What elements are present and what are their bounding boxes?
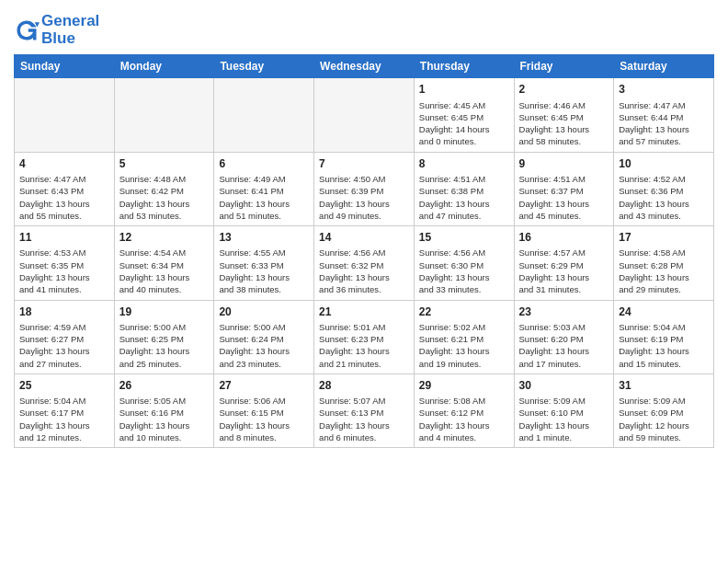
- calendar-cell: 26Sunrise: 5:05 AM Sunset: 6:16 PM Dayli…: [114, 373, 214, 447]
- calendar-cell: 25Sunrise: 5:04 AM Sunset: 6:17 PM Dayli…: [15, 373, 115, 447]
- calendar-cell: 19Sunrise: 5:00 AM Sunset: 6:25 PM Dayli…: [114, 300, 214, 373]
- day-info: Sunrise: 5:08 AM Sunset: 6:12 PM Dayligh…: [419, 395, 509, 443]
- day-number: 27: [219, 378, 309, 393]
- calendar-week-4: 18Sunrise: 4:59 AM Sunset: 6:27 PM Dayli…: [15, 300, 714, 373]
- day-info: Sunrise: 5:04 AM Sunset: 6:19 PM Dayligh…: [619, 321, 709, 370]
- day-info: Sunrise: 4:55 AM Sunset: 6:33 PM Dayligh…: [219, 247, 309, 295]
- calendar-cell: 9Sunrise: 4:51 AM Sunset: 6:37 PM Daylig…: [514, 152, 614, 225]
- calendar-cell: 31Sunrise: 5:09 AM Sunset: 6:09 PM Dayli…: [614, 373, 714, 447]
- day-number: 28: [319, 378, 409, 393]
- day-number: 5: [119, 156, 210, 171]
- day-info: Sunrise: 4:47 AM Sunset: 6:44 PM Dayligh…: [619, 99, 709, 148]
- calendar-cell: 29Sunrise: 5:08 AM Sunset: 6:12 PM Dayli…: [414, 373, 514, 447]
- day-number: 8: [419, 156, 509, 171]
- calendar-cell: 21Sunrise: 5:01 AM Sunset: 6:23 PM Dayli…: [314, 300, 415, 373]
- calendar-body: 1Sunrise: 4:45 AM Sunset: 6:45 PM Daylig…: [15, 78, 714, 448]
- weekday-header: SundayMondayTuesdayWednesdayThursdayFrid…: [15, 55, 714, 78]
- day-number: 24: [619, 304, 709, 319]
- day-info: Sunrise: 4:53 AM Sunset: 6:35 PM Dayligh…: [19, 247, 109, 295]
- day-number: 10: [619, 156, 709, 171]
- day-number: 21: [319, 304, 409, 319]
- day-info: Sunrise: 5:06 AM Sunset: 6:15 PM Dayligh…: [219, 395, 309, 443]
- day-info: Sunrise: 4:51 AM Sunset: 6:38 PM Dayligh…: [419, 173, 509, 222]
- day-number: 6: [219, 156, 309, 171]
- day-info: Sunrise: 4:54 AM Sunset: 6:34 PM Dayligh…: [119, 247, 210, 295]
- logo-area: General Blue: [14, 13, 99, 47]
- calendar-cell: 11Sunrise: 4:53 AM Sunset: 6:35 PM Dayli…: [15, 226, 115, 300]
- calendar-cell: 24Sunrise: 5:04 AM Sunset: 6:19 PM Dayli…: [614, 300, 714, 373]
- day-number: 7: [319, 156, 409, 171]
- calendar-cell: 16Sunrise: 4:57 AM Sunset: 6:29 PM Dayli…: [514, 226, 614, 300]
- calendar-cell: 3Sunrise: 4:47 AM Sunset: 6:44 PM Daylig…: [614, 78, 714, 152]
- calendar-cell: 23Sunrise: 5:03 AM Sunset: 6:20 PM Dayli…: [514, 300, 614, 373]
- day-number: 15: [419, 230, 509, 245]
- day-number: 1: [419, 82, 509, 97]
- day-info: Sunrise: 5:00 AM Sunset: 6:25 PM Dayligh…: [119, 321, 210, 370]
- day-number: 9: [519, 156, 609, 171]
- day-info: Sunrise: 5:02 AM Sunset: 6:21 PM Dayligh…: [419, 321, 509, 370]
- day-number: 25: [19, 378, 109, 393]
- day-info: Sunrise: 4:52 AM Sunset: 6:36 PM Dayligh…: [619, 173, 709, 222]
- logo-icon: [14, 17, 40, 43]
- day-info: Sunrise: 5:09 AM Sunset: 6:10 PM Dayligh…: [519, 395, 609, 443]
- weekday-header-friday: Friday: [514, 55, 614, 78]
- day-info: Sunrise: 5:00 AM Sunset: 6:24 PM Dayligh…: [219, 321, 309, 370]
- day-info: Sunrise: 5:05 AM Sunset: 6:16 PM Dayligh…: [119, 395, 210, 443]
- day-info: Sunrise: 4:50 AM Sunset: 6:39 PM Dayligh…: [319, 173, 409, 222]
- calendar-cell: 20Sunrise: 5:00 AM Sunset: 6:24 PM Dayli…: [214, 300, 314, 373]
- weekday-header-sunday: Sunday: [15, 55, 115, 78]
- calendar-table: SundayMondayTuesdayWednesdayThursdayFrid…: [14, 54, 714, 448]
- day-number: 14: [319, 230, 409, 245]
- calendar-cell: 18Sunrise: 4:59 AM Sunset: 6:27 PM Dayli…: [15, 300, 115, 373]
- day-number: 4: [19, 156, 109, 171]
- day-info: Sunrise: 4:56 AM Sunset: 6:30 PM Dayligh…: [419, 247, 509, 295]
- weekday-header-wednesday: Wednesday: [314, 55, 415, 78]
- calendar-cell: 13Sunrise: 4:55 AM Sunset: 6:33 PM Dayli…: [214, 226, 314, 300]
- calendar-cell: 14Sunrise: 4:56 AM Sunset: 6:32 PM Dayli…: [314, 226, 415, 300]
- day-number: 20: [219, 304, 309, 319]
- calendar-cell: [214, 78, 314, 152]
- day-number: 18: [19, 304, 109, 319]
- calendar-cell: 10Sunrise: 4:52 AM Sunset: 6:36 PM Dayli…: [614, 152, 714, 225]
- calendar-week-3: 11Sunrise: 4:53 AM Sunset: 6:35 PM Dayli…: [15, 226, 714, 300]
- header: General Blue: [14, 9, 714, 47]
- calendar-cell: 17Sunrise: 4:58 AM Sunset: 6:28 PM Dayli…: [614, 226, 714, 300]
- day-number: 2: [519, 82, 609, 97]
- day-info: Sunrise: 5:03 AM Sunset: 6:20 PM Dayligh…: [519, 321, 609, 370]
- calendar-cell: 8Sunrise: 4:51 AM Sunset: 6:38 PM Daylig…: [414, 152, 514, 225]
- calendar-cell: 2Sunrise: 4:46 AM Sunset: 6:45 PM Daylig…: [514, 78, 614, 152]
- calendar-cell: 28Sunrise: 5:07 AM Sunset: 6:13 PM Dayli…: [314, 373, 415, 447]
- day-info: Sunrise: 5:07 AM Sunset: 6:13 PM Dayligh…: [319, 395, 409, 443]
- calendar-week-5: 25Sunrise: 5:04 AM Sunset: 6:17 PM Dayli…: [15, 373, 714, 447]
- day-info: Sunrise: 4:58 AM Sunset: 6:28 PM Dayligh…: [619, 247, 709, 295]
- calendar-cell: 27Sunrise: 5:06 AM Sunset: 6:15 PM Dayli…: [214, 373, 314, 447]
- day-number: 3: [619, 82, 709, 97]
- weekday-header-saturday: Saturday: [614, 55, 714, 78]
- day-info: Sunrise: 4:46 AM Sunset: 6:45 PM Dayligh…: [519, 99, 609, 148]
- day-info: Sunrise: 4:59 AM Sunset: 6:27 PM Dayligh…: [19, 321, 109, 370]
- weekday-header-thursday: Thursday: [414, 55, 514, 78]
- day-info: Sunrise: 4:47 AM Sunset: 6:43 PM Dayligh…: [19, 173, 109, 222]
- calendar-cell: 30Sunrise: 5:09 AM Sunset: 6:10 PM Dayli…: [514, 373, 614, 447]
- day-info: Sunrise: 5:01 AM Sunset: 6:23 PM Dayligh…: [319, 321, 409, 370]
- calendar-cell: 22Sunrise: 5:02 AM Sunset: 6:21 PM Dayli…: [414, 300, 514, 373]
- weekday-header-tuesday: Tuesday: [214, 55, 314, 78]
- day-info: Sunrise: 4:51 AM Sunset: 6:37 PM Dayligh…: [519, 173, 609, 222]
- calendar-cell: 15Sunrise: 4:56 AM Sunset: 6:30 PM Dayli…: [414, 226, 514, 300]
- day-number: 13: [219, 230, 309, 245]
- day-number: 26: [119, 378, 210, 393]
- day-info: Sunrise: 5:09 AM Sunset: 6:09 PM Dayligh…: [619, 395, 709, 443]
- day-number: 23: [519, 304, 609, 319]
- day-number: 16: [519, 230, 609, 245]
- calendar-week-1: 1Sunrise: 4:45 AM Sunset: 6:45 PM Daylig…: [15, 78, 714, 152]
- calendar-cell: 6Sunrise: 4:49 AM Sunset: 6:41 PM Daylig…: [214, 152, 314, 225]
- day-number: 30: [519, 378, 609, 393]
- day-info: Sunrise: 4:48 AM Sunset: 6:42 PM Dayligh…: [119, 173, 210, 222]
- day-info: Sunrise: 4:57 AM Sunset: 6:29 PM Dayligh…: [519, 247, 609, 295]
- calendar-cell: 7Sunrise: 4:50 AM Sunset: 6:39 PM Daylig…: [314, 152, 415, 225]
- calendar-cell: [314, 78, 415, 152]
- day-number: 17: [619, 230, 709, 245]
- day-number: 22: [419, 304, 509, 319]
- day-number: 29: [419, 378, 509, 393]
- day-info: Sunrise: 4:56 AM Sunset: 6:32 PM Dayligh…: [319, 247, 409, 295]
